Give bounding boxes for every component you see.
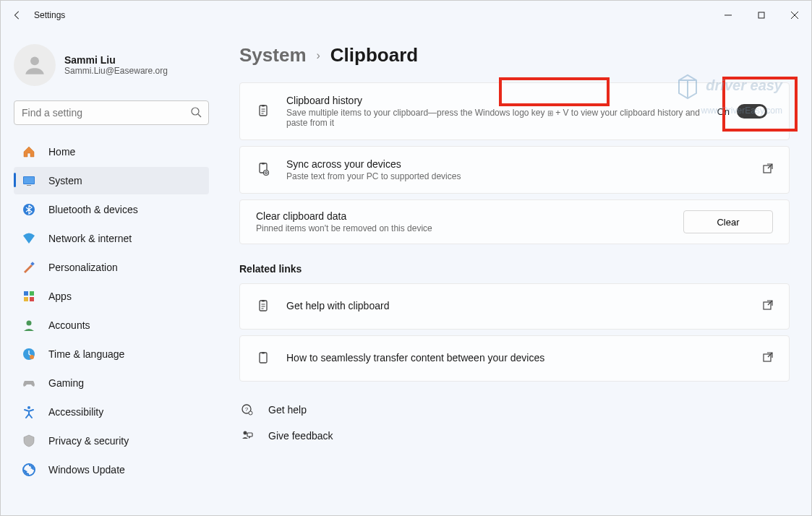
chevron-right-icon: › [317,49,320,62]
network-icon [21,231,37,246]
content-area: System › Clipboard Clipboard history Sav… [218,30,811,515]
svg-point-16 [27,321,32,326]
related-links-heading: Related links [239,263,790,275]
person-icon [22,53,47,77]
time-icon [21,346,37,362]
svg-rect-1 [758,12,764,18]
nav-network[interactable]: Network & internet [14,225,209,252]
help-clipboard-link[interactable]: Get help with clipboard [239,283,790,330]
svg-point-19 [27,406,30,409]
nav-accounts[interactable]: Accounts [14,311,209,339]
gaming-icon [21,375,37,391]
clipboard-history-toggle[interactable] [737,104,767,119]
nav-label: Network & internet [48,233,132,244]
nav-bluetooth[interactable]: Bluetooth & devices [14,196,209,223]
titlebar: Settings [1,1,811,30]
nav-label: Time & language [48,348,124,360]
card-title: Clear clipboard data [256,210,683,222]
clipboard-icon [256,298,272,314]
svg-rect-37 [262,352,265,354]
nav-label: Windows Update [48,464,125,476]
bluetooth-icon [21,202,37,218]
accessibility-icon [21,404,37,420]
svg-rect-31 [262,300,265,302]
nav-personalization[interactable]: Personalization [14,254,209,281]
sidebar: Sammi Liu Sammi.Liu@Easeware.org Home Sy… [1,30,218,515]
open-icon [763,163,773,176]
nav-label: Personalization [48,262,118,273]
svg-point-18 [30,355,34,359]
svg-point-4 [30,56,39,65]
nav-label: Accessibility [48,406,103,418]
privacy-icon [21,433,37,449]
home-icon [21,144,37,160]
card-title: Sync across your devices [286,158,763,170]
breadcrumb-parent[interactable]: System [239,44,307,66]
nav-privacy[interactable]: Privacy & security [14,427,209,455]
nav-label: Bluetooth & devices [48,204,138,215]
close-button[interactable] [778,4,811,27]
svg-rect-30 [260,301,267,311]
maximize-icon [758,12,765,19]
svg-rect-15 [30,297,34,301]
nav-label: Gaming [48,377,84,389]
nav-label: Home [48,146,75,158]
link-label: Get help with clipboard [286,300,389,311]
profile-block[interactable]: Sammi Liu Sammi.Liu@Easeware.org [14,44,209,86]
search-icon [190,106,202,121]
nav-time[interactable]: Time & language [14,340,209,368]
clear-button[interactable]: Clear [683,210,773,233]
svg-rect-21 [260,106,267,116]
nav-label: Accounts [48,319,90,331]
svg-point-28 [264,171,269,176]
link-label: Get help [268,404,307,416]
svg-rect-22 [262,105,265,107]
svg-line-6 [198,114,201,117]
nav-accessibility[interactable]: Accessibility [14,398,209,426]
nav-apps[interactable]: Apps [14,283,209,310]
svg-rect-9 [27,185,31,186]
feedback-icon [239,428,255,444]
apps-icon [21,288,37,304]
clipboard-outline-icon [256,351,272,366]
clear-card: Clear clipboard data Pinned items won't … [239,199,790,244]
svg-point-42 [244,431,247,435]
nav-gaming[interactable]: Gaming [14,369,209,397]
card-title: Clipboard history [286,95,717,106]
svg-point-5 [192,108,199,115]
nav-label: System [48,175,82,186]
accounts-icon [21,317,37,333]
toggle-label: On [717,106,730,117]
link-label: How to seamlessly transfer content betwe… [286,352,544,364]
search-input[interactable] [14,100,209,125]
clipboard-icon [256,103,272,119]
search-box [14,100,209,125]
get-help-link[interactable]: ? Get help [239,402,790,418]
nav-update[interactable]: Windows Update [14,456,209,483]
nav-system[interactable]: System [14,167,209,194]
avatar [14,44,56,86]
clipboard-sync-icon [256,162,272,178]
back-button[interactable] [7,4,28,26]
give-feedback-link[interactable]: Give feedback [239,428,790,444]
clipboard-history-card: Clipboard history Save multiple items to… [239,82,790,140]
link-label: Give feedback [268,430,333,442]
svg-rect-36 [260,353,267,363]
breadcrumb: System › Clipboard [239,44,790,66]
open-icon [763,352,773,365]
card-description: Paste text from your PC to supported dev… [286,171,763,181]
svg-rect-12 [24,291,28,296]
maximize-button[interactable] [745,4,778,27]
svg-rect-14 [24,297,28,301]
personalization-icon [21,259,37,275]
minimize-button[interactable] [711,4,745,27]
window-title: Settings [34,10,65,20]
sync-card[interactable]: Sync across your devices Paste text from… [239,146,790,194]
system-icon [21,173,37,189]
card-description: Pinned items won't be removed on this de… [256,223,683,233]
svg-rect-43 [247,433,252,437]
card-description: Save multiple items to your clipboard—pr… [286,108,717,128]
transfer-content-link[interactable]: How to seamlessly transfer content betwe… [239,335,790,382]
nav-home[interactable]: Home [14,138,209,165]
update-icon [21,462,37,478]
